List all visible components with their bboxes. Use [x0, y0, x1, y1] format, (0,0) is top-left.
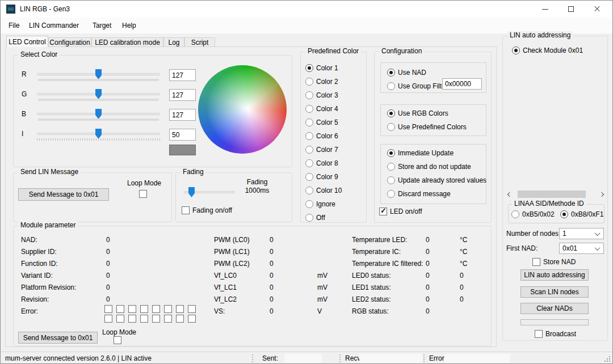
- tab-led-control[interactable]: LED Control: [6, 36, 48, 47]
- store-no-update-option[interactable]: Store and do not update: [387, 162, 471, 171]
- module-scrollbar[interactable]: [505, 189, 606, 199]
- radio-icon: [387, 190, 395, 198]
- error-bit-checkbox[interactable]: [164, 315, 172, 323]
- immediate-update-option[interactable]: Immediate Update: [387, 149, 454, 158]
- predefined-color-option[interactable]: Color 9: [305, 172, 338, 181]
- tab-led-calibration-mode[interactable]: LED calibration mode: [91, 37, 163, 47]
- use-predefined-colors-option[interactable]: Use Predefined Colors: [387, 122, 467, 132]
- send-message-button[interactable]: Send Message to 0x01: [18, 188, 109, 201]
- first-nad-select[interactable]: 0x01: [559, 243, 604, 254]
- number-of-nodes-select[interactable]: 1: [559, 228, 604, 239]
- radio-icon: [560, 210, 568, 218]
- maximize-button[interactable]: [558, 1, 584, 18]
- i-value-field[interactable]: 50: [169, 129, 196, 141]
- g-slider-line: [38, 99, 159, 101]
- linaa-option-b8[interactable]: 0xB8/0xF1: [560, 210, 603, 219]
- error-bit-checkbox[interactable]: [152, 315, 160, 323]
- menu-target[interactable]: Target: [89, 18, 115, 33]
- maximize-icon: [568, 6, 574, 12]
- progress-bar: [520, 319, 589, 325]
- r-slider-thumb[interactable]: [95, 69, 102, 79]
- menu-help[interactable]: Help: [119, 18, 140, 33]
- check-module-option[interactable]: Check Module 0x01: [512, 46, 583, 55]
- scroll-left-icon[interactable]: [505, 189, 514, 199]
- use-group-filter-option[interactable]: Use Group Filter: [387, 82, 448, 91]
- r-value-field[interactable]: 127: [169, 69, 196, 81]
- error-bit-checkbox[interactable]: [152, 305, 160, 313]
- fading-onoff-checkbox[interactable]: [182, 206, 190, 214]
- store-nad-checkbox[interactable]: [532, 258, 540, 266]
- scrollbar-thumb[interactable]: [518, 191, 586, 198]
- error-bit-checkbox[interactable]: [140, 315, 148, 323]
- error-bit-checkbox[interactable]: [104, 315, 112, 323]
- tab-script[interactable]: Script: [184, 37, 215, 47]
- predefined-color-option[interactable]: Color 7: [305, 145, 338, 154]
- b-value-field[interactable]: 127: [169, 109, 196, 121]
- fading-slider-thumb[interactable]: [188, 187, 195, 197]
- predefined-color-option[interactable]: Ignore: [305, 200, 335, 209]
- param-value: 0: [270, 247, 274, 256]
- error-bit-checkbox[interactable]: [188, 305, 196, 313]
- loop-mode-checkbox[interactable]: [139, 190, 147, 198]
- g-slider-thumb[interactable]: [95, 89, 102, 99]
- title-bar: LIN RGB - Gen3: [1, 1, 612, 18]
- loop-mode-checkbox-bottom[interactable]: [114, 336, 121, 344]
- resize-grip-icon[interactable]: [604, 356, 610, 362]
- linaa-option-b5[interactable]: 0xB5/0x02: [511, 210, 555, 219]
- update-stored-values-option[interactable]: Update already stored values: [387, 176, 486, 185]
- minimize-button[interactable]: [532, 1, 558, 18]
- scan-lin-nodes-button[interactable]: Scan LIN nodes: [520, 286, 589, 298]
- i-slider-thumb[interactable]: [95, 129, 102, 139]
- discard-message-option[interactable]: Discard message: [387, 189, 451, 198]
- g-value-field[interactable]: 127: [169, 89, 196, 101]
- broadcast-checkbox[interactable]: [535, 330, 543, 338]
- store-nad-option[interactable]: Store NAD: [532, 257, 576, 266]
- error-bit-checkbox[interactable]: [176, 315, 184, 323]
- predefined-color-option[interactable]: Color 8: [305, 159, 338, 168]
- menu-lin-commander[interactable]: LIN Commander: [26, 18, 82, 33]
- tab-log[interactable]: Log: [163, 37, 184, 47]
- param-label: Vf_LC2: [214, 295, 237, 304]
- error-bit-checkbox[interactable]: [128, 315, 136, 323]
- close-button[interactable]: [584, 1, 610, 18]
- predefined-color-option[interactable]: Color 10: [305, 186, 342, 195]
- error-bit-checkbox[interactable]: [104, 305, 112, 313]
- b-slider-thumb[interactable]: [95, 109, 102, 119]
- scroll-right-icon[interactable]: [597, 189, 606, 199]
- error-bit-checkbox[interactable]: [140, 305, 148, 313]
- param-value: 0: [106, 235, 110, 244]
- error-bit-checkbox[interactable]: [128, 305, 136, 313]
- predefined-color-option[interactable]: Color 3: [305, 91, 338, 100]
- predefined-color-option[interactable]: Color 1: [305, 64, 338, 73]
- option-label: Color 2: [316, 78, 338, 86]
- error-bit-checkbox[interactable]: [164, 305, 172, 313]
- tab-configuration[interactable]: Configuration: [48, 37, 91, 47]
- fading-onoff-option[interactable]: Fading on/off: [182, 206, 232, 215]
- error-bit-checkbox[interactable]: [116, 315, 124, 323]
- error-bit-checkbox[interactable]: [116, 305, 124, 313]
- radio-icon: [387, 82, 395, 90]
- predefined-color-option[interactable]: Color 2: [305, 77, 338, 86]
- use-nad-option[interactable]: Use NAD: [387, 68, 426, 77]
- predefined-color-option[interactable]: Color 6: [305, 132, 338, 141]
- use-rgb-colors-option[interactable]: Use RGB Colors: [387, 109, 448, 118]
- param-label: LED2 status:: [352, 295, 391, 304]
- send-message-button-bottom[interactable]: Send Message to 0x01: [18, 332, 98, 344]
- color-wheel[interactable]: [198, 65, 287, 154]
- led-onoff-option[interactable]: LED on/off: [379, 207, 422, 216]
- window-title: LIN RGB - Gen3: [20, 1, 70, 18]
- led-onoff-checkbox[interactable]: [379, 208, 387, 215]
- error-bit-checkbox[interactable]: [188, 315, 196, 323]
- status-separator: [339, 354, 341, 362]
- group-filter-field[interactable]: 0x00000: [442, 78, 482, 90]
- param-value: 0: [426, 307, 430, 316]
- menu-file[interactable]: File: [5, 18, 23, 33]
- error-bit-checkbox[interactable]: [176, 305, 184, 313]
- param-unit: mV: [317, 283, 328, 292]
- broadcast-option[interactable]: Broadcast: [535, 329, 576, 338]
- lin-auto-addressing-button[interactable]: LIN auto addressing: [520, 269, 589, 281]
- predefined-color-option[interactable]: Off: [305, 213, 325, 222]
- clear-nads-button[interactable]: Clear NADs: [520, 303, 589, 314]
- predefined-color-option[interactable]: Color 5: [305, 118, 338, 127]
- predefined-color-option[interactable]: Color 4: [305, 104, 338, 113]
